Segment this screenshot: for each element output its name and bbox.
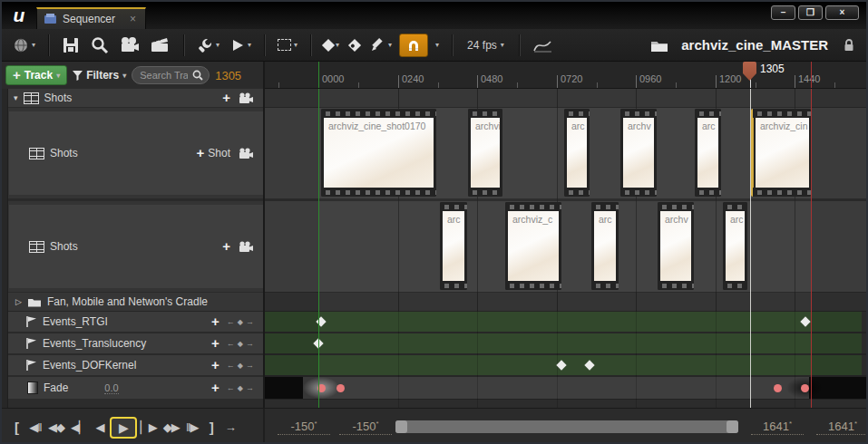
browse-sequences-button[interactable]: [647, 35, 672, 55]
play-button[interactable]: ▶: [110, 417, 137, 439]
keyframe-options-button[interactable]: ▾: [320, 38, 343, 53]
save-button[interactable]: [58, 34, 83, 57]
minimize-button[interactable]: –: [771, 5, 795, 20]
working-range-start-field[interactable]: -150*: [278, 420, 330, 435]
add-section-button[interactable]: +: [222, 92, 230, 103]
next-key-icon[interactable]: →: [246, 361, 254, 370]
add-key-icon[interactable]: ◆: [238, 318, 243, 326]
search-track-input[interactable]: [138, 69, 190, 82]
fade-keyframe[interactable]: [774, 384, 782, 392]
shots-subtrack-row[interactable]: Shots +: [2, 201, 263, 292]
snapping-options-button[interactable]: ▾: [432, 38, 443, 52]
edit-options-button[interactable]: ▾: [366, 34, 395, 55]
scrollbar-right-handle[interactable]: [727, 420, 738, 433]
view-range-start-field[interactable]: -150*: [339, 420, 392, 435]
shot-clip[interactable]: archvi: [468, 109, 502, 197]
shot-clip[interactable]: archv: [658, 202, 694, 290]
previous-key-icon[interactable]: ←: [227, 383, 235, 392]
previous-key-icon[interactable]: ←: [227, 339, 235, 348]
key-navigation[interactable]: ← ◆ →: [227, 317, 254, 326]
shot-clip[interactable]: arc: [695, 109, 721, 197]
view-range-end-field[interactable]: 1641*: [751, 420, 804, 435]
fade-keyframe[interactable]: [801, 384, 809, 392]
shot-clip[interactable]: archv: [620, 109, 657, 197]
shot-clip[interactable]: archviz_c: [505, 202, 561, 290]
add-key-button[interactable]: +: [211, 360, 219, 371]
previous-key-button[interactable]: ◀◆: [45, 419, 67, 436]
add-key-icon[interactable]: ◆: [238, 362, 243, 370]
scrollbar-left-handle[interactable]: [395, 420, 407, 433]
render-movie-button[interactable]: [147, 34, 174, 57]
add-shot-button[interactable]: +: [222, 241, 230, 252]
shots-subtrack-row[interactable]: Shots + Shot: [2, 108, 263, 198]
timeline-panel[interactable]: archviz_cine_shot0170archviarcarchvarcar…: [265, 89, 866, 408]
next-key-button[interactable]: ◆▶: [161, 419, 182, 436]
add-shot-label[interactable]: Shot: [208, 147, 230, 159]
frame-rate-button[interactable]: 24 fps ▾: [462, 39, 510, 52]
select-edit-options-button[interactable]: ▾: [274, 36, 301, 53]
tab-sequencer[interactable]: Sequencer ×: [36, 7, 146, 29]
shots-track-header[interactable]: ▾ Shots +: [2, 89, 263, 108]
camera-icon[interactable]: [238, 92, 254, 104]
key-navigation[interactable]: ← ◆ →: [227, 361, 254, 370]
folder-track-row[interactable]: ▷ Fan, Mobile and Netwon's Cradle: [2, 292, 263, 312]
working-range-end-field[interactable]: 1641*: [816, 420, 868, 435]
set-playback-start-button[interactable]: [: [7, 418, 25, 437]
maximize-button[interactable]: ❐: [798, 5, 823, 20]
close-button[interactable]: ×: [825, 5, 859, 20]
create-camera-button[interactable]: [116, 34, 143, 57]
playhead-pin[interactable]: [743, 62, 756, 81]
find-in-content-browser-button[interactable]: [87, 34, 112, 57]
event-track-row-dofkernel[interactable]: Events_DOFKernel + ← ◆ →: [2, 355, 263, 377]
fade-value-field[interactable]: 0.0: [104, 382, 118, 394]
curve-editor-button[interactable]: [529, 34, 556, 56]
key-navigation[interactable]: ← ◆ →: [227, 383, 254, 392]
shot-clip[interactable]: arc: [440, 202, 467, 290]
unreal-engine-logo-icon[interactable]: u: [2, 2, 36, 29]
filters-button[interactable]: Filters ▾: [73, 69, 126, 82]
go-to-end-button[interactable]: ‖▶: [183, 419, 201, 436]
play-reverse-button[interactable]: ◀: [91, 419, 109, 436]
next-key-icon[interactable]: →: [246, 317, 254, 326]
previous-key-icon[interactable]: ←: [227, 361, 235, 370]
snapping-button[interactable]: [399, 34, 428, 57]
add-track-button[interactable]: + Track ▾: [5, 65, 67, 85]
search-track-field[interactable]: [132, 66, 210, 84]
shot-clip[interactable]: arc: [723, 202, 747, 290]
timeline-ruler[interactable]: 0000024004800720096012001440 1305: [265, 62, 866, 89]
expand-arrow-icon[interactable]: ▷: [15, 297, 22, 306]
camera-icon[interactable]: [238, 241, 254, 253]
shot-clip[interactable]: archviz_cin: [751, 109, 812, 197]
playback-end-marker[interactable]: [811, 62, 812, 88]
tab-close-icon[interactable]: ×: [130, 13, 136, 25]
auto-key-button[interactable]: [346, 38, 363, 53]
playback-start-marker[interactable]: [318, 62, 319, 88]
shot-clip[interactable]: arc: [591, 202, 619, 290]
collapse-arrow-icon[interactable]: ▾: [14, 93, 18, 102]
go-to-front-button[interactable]: ◀‖: [26, 419, 44, 436]
key-navigation[interactable]: ← ◆ →: [227, 339, 254, 348]
world-outliner-button[interactable]: ▾: [9, 34, 39, 56]
camera-icon[interactable]: [238, 148, 254, 159]
next-key-icon[interactable]: →: [246, 383, 254, 392]
fade-track-row[interactable]: Fade 0.0 + ← ◆ →: [2, 377, 263, 399]
playback-mode-button[interactable]: →: [221, 419, 239, 436]
next-key-icon[interactable]: →: [246, 339, 254, 348]
add-key-icon[interactable]: ◆: [238, 384, 243, 392]
add-key-button[interactable]: +: [211, 338, 219, 349]
timeline-mini-ruler[interactable]: [265, 399, 866, 408]
add-key-button[interactable]: +: [211, 316, 219, 327]
add-key-button[interactable]: +: [211, 382, 219, 393]
timeline-shots-row-1[interactable]: archviz_cine_shot0170archviarcarchvarcar…: [265, 108, 866, 198]
previous-key-icon[interactable]: ←: [227, 317, 235, 326]
current-frame-display[interactable]: 1305: [215, 69, 241, 82]
step-forward-button[interactable]: ▏▶: [138, 419, 160, 436]
shot-clip[interactable]: arc: [564, 109, 590, 197]
set-playback-end-button[interactable]: ]: [202, 418, 220, 437]
event-track-row-rtgi[interactable]: Events_RTGI + ← ◆ →: [2, 312, 263, 333]
add-shot-button[interactable]: +: [197, 148, 205, 159]
event-track-row-translucency[interactable]: Events_Translucency + ← ◆ →: [2, 333, 263, 355]
add-key-icon[interactable]: ◆: [238, 340, 243, 348]
fade-keyframe[interactable]: [336, 384, 345, 392]
playback-options-button[interactable]: ▾: [227, 35, 255, 55]
